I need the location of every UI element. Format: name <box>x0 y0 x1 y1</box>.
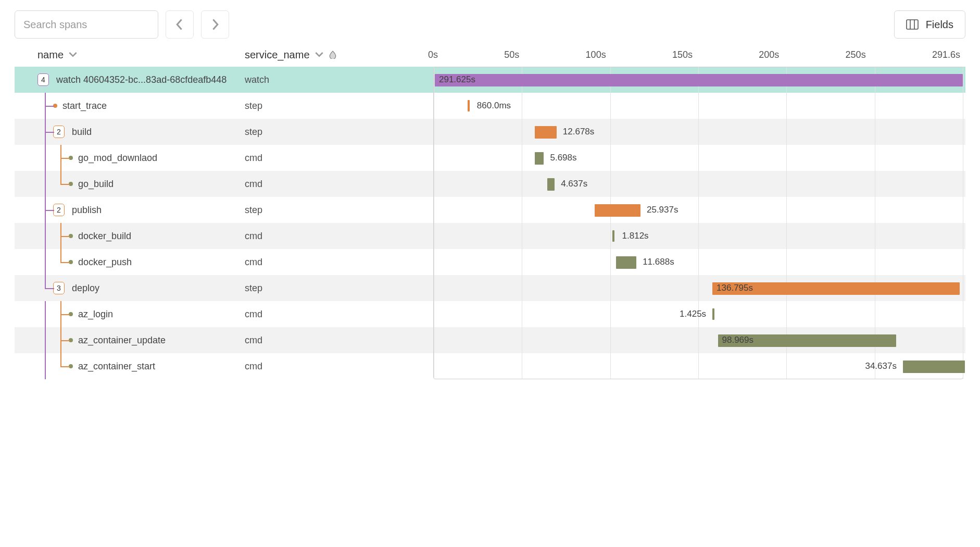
svg-rect-0 <box>907 20 918 29</box>
chevron-down-icon <box>315 51 323 59</box>
chevron-right-icon <box>210 18 220 31</box>
timeline-cell <box>386 327 965 353</box>
service-name: watch <box>245 74 386 85</box>
span-row[interactable]: az_container_startcmd <box>15 353 965 379</box>
service-name: step <box>245 127 386 138</box>
span-name: start_trace <box>62 101 107 111</box>
timeline-cell <box>386 223 965 249</box>
service-name: cmd <box>245 153 386 164</box>
service-name: cmd <box>245 335 386 346</box>
fields-label: Fields <box>926 19 953 31</box>
column-header-service[interactable]: service_name <box>245 49 386 61</box>
span-name: build <box>72 127 92 138</box>
span-name: az_login <box>78 309 113 320</box>
span-name: docker_push <box>78 257 132 268</box>
service-name: step <box>245 101 386 111</box>
column-headers: name service_name 0s 50s 100s 150s 200s … <box>15 43 965 67</box>
timeline-cell <box>386 145 965 171</box>
span-row[interactable]: go_buildcmd <box>15 171 965 197</box>
service-name: cmd <box>245 257 386 268</box>
chevron-left-icon <box>175 18 184 31</box>
tick-label: 50s <box>504 49 519 60</box>
timeline-header: 0s 50s 100s 150s 200s 250s 291.6s <box>386 49 965 60</box>
next-button[interactable] <box>201 10 229 39</box>
service-name: cmd <box>245 179 386 190</box>
span-name: docker_build <box>78 231 131 242</box>
timeline-cell <box>386 67 965 93</box>
column-header-name[interactable]: name <box>15 49 245 61</box>
search-input[interactable] <box>15 10 158 39</box>
timeline-cell <box>386 119 965 145</box>
service-name: step <box>245 283 386 294</box>
service-name: step <box>245 205 386 216</box>
span-row[interactable]: az_container_updatecmd <box>15 327 965 353</box>
timeline-cell <box>386 301 965 327</box>
timeline-cell <box>386 197 965 223</box>
column-service-label: service_name <box>245 49 310 61</box>
span-name: go_build <box>78 179 114 190</box>
filter-icon <box>329 51 337 59</box>
tick-label: 291.6s <box>932 49 960 60</box>
fields-button[interactable]: Fields <box>894 10 965 39</box>
span-name: az_container_update <box>78 335 166 346</box>
timeline-cell <box>386 249 965 275</box>
chevron-down-icon <box>69 51 77 59</box>
span-name: watch 40604352-bc...83ad-68cfdeafb448 <box>56 74 227 85</box>
expand-badge[interactable]: 2 <box>53 126 65 138</box>
span-row[interactable]: az_logincmd <box>15 301 965 327</box>
timeline-cell <box>386 171 965 197</box>
service-name: cmd <box>245 231 386 242</box>
span-row[interactable]: docker_buildcmd <box>15 223 965 249</box>
column-name-label: name <box>37 49 64 61</box>
expand-badge[interactable]: 4 <box>37 73 49 86</box>
span-name: az_container_start <box>78 361 155 372</box>
tick-label: 200s <box>759 49 779 60</box>
timeline-cell <box>386 353 965 379</box>
span-row[interactable]: start_tracestep <box>15 93 965 119</box>
span-row[interactable]: 4watch 40604352-bc...83ad-68cfdeafb448wa… <box>15 67 965 93</box>
toolbar: Fields <box>15 10 965 39</box>
service-name: cmd <box>245 309 386 320</box>
span-name: deploy <box>72 283 99 294</box>
span-row[interactable]: go_mod_downlaodcmd <box>15 145 965 171</box>
span-name: go_mod_downlaod <box>78 153 157 164</box>
tick-label: 150s <box>672 49 693 60</box>
tick-label: 100s <box>586 49 606 60</box>
span-rows: 291.625s860.0ms12.678s5.698s4.637s25.937… <box>15 67 965 379</box>
span-row[interactable]: 2publishstep <box>15 197 965 223</box>
columns-icon <box>906 19 919 30</box>
tick-label: 250s <box>846 49 866 60</box>
tick-label: 0s <box>428 49 438 60</box>
expand-badge[interactable]: 3 <box>53 282 65 294</box>
service-name: cmd <box>245 361 386 372</box>
span-row[interactable]: 3deploystep <box>15 275 965 301</box>
expand-badge[interactable]: 2 <box>53 204 65 216</box>
span-name: publish <box>72 205 102 216</box>
span-row[interactable]: 2buildstep <box>15 119 965 145</box>
timeline-cell <box>386 275 965 301</box>
timeline-cell <box>386 93 965 119</box>
span-row[interactable]: docker_pushcmd <box>15 249 965 275</box>
prev-button[interactable] <box>166 10 194 39</box>
